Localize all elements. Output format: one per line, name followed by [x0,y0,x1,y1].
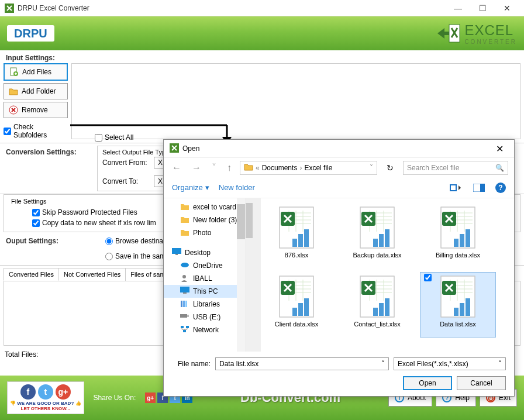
googleplus-icon[interactable]: g+ [56,384,71,400]
organize-menu[interactable]: Organize ▾ [172,183,209,192]
file-checkbox[interactable] [424,274,432,281]
maximize-button[interactable]: ☐ [470,1,495,15]
input-settings-label: Input Settings: [4,51,520,63]
conversion-settings-label: Conversion Settings: [4,146,91,191]
file-tile[interactable]: Contact_list.xlsx [339,272,415,338]
nav-up-button[interactable]: ↑ [225,163,234,173]
tree-item-icon [180,261,189,270]
facebook-icon[interactable]: f [20,384,36,400]
svg-rect-25 [186,326,189,328]
filename-label: File name: [172,360,211,368]
filename-input[interactable]: Data list.xlsx ˅ [215,357,389,370]
window-controls: ― ☐ ✕ [446,1,519,15]
app-icon [5,4,14,13]
tree-item-icon [180,228,189,237]
minimize-button[interactable]: ― [446,1,470,15]
folder-icon [9,87,18,96]
tree-item-icon [180,274,189,283]
app-title: DRPU Excel Converter [18,4,446,12]
refresh-button[interactable]: ↻ [383,163,397,173]
product-subtitle: CONVERTER [464,39,517,45]
file-tile[interactable]: 876.xlsx [258,203,335,268]
nav-back-button[interactable]: ← [170,163,184,173]
chevron-down-icon: ˅ [381,360,385,368]
tree-item[interactable]: excel to vcard [164,201,245,214]
svg-rect-22 [180,314,187,318]
dialog-footer: File name: Data list.xlsx ˅ Excel Files(… [164,352,514,396]
svg-rect-18 [183,292,187,294]
breadcrumb[interactable]: « Documents › Excel file ˅ [240,161,377,175]
file-tile[interactable]: Client data.xlsx [258,272,335,338]
file-list-area [71,63,520,139]
svg-rect-76 [292,308,297,316]
tree-item[interactable]: This PC [164,285,245,298]
chevron-down-icon[interactable]: ˅ [370,164,373,172]
svg-rect-89 [373,308,378,316]
remove-button[interactable]: Remove [4,102,68,118]
rating-widget[interactable]: f t g+ 👎 WE ARE GOOD OR BAD? 👍 LET OTHER… [7,381,84,414]
convert-to-label: Convert To: [102,177,149,185]
nav-forward-button[interactable]: → [189,163,204,173]
select-all-checkbox[interactable]: Select All [95,133,133,142]
file-settings-legend: File Settings [9,198,49,205]
add-folder-label: Add Folder [22,87,56,95]
nav-recent-button[interactable]: ˅ [209,162,219,173]
add-folder-button[interactable]: Add Folder [4,83,68,99]
svg-rect-10 [451,185,456,190]
tree-item[interactable]: IBALL [164,272,245,285]
search-input[interactable]: Search Excel file 🔍 [403,161,508,175]
help-icon[interactable]: ? [495,183,506,193]
svg-point-16 [182,275,186,278]
folder-tree: excel to vcardNew folder (3)PhotoDesktop… [164,198,246,352]
convert-from-label: Convert From: [102,159,149,167]
tree-item[interactable]: OneDrive [164,259,245,272]
twitter-icon[interactable]: t [38,384,53,400]
tree-item-icon [180,299,189,309]
excel-icon [170,143,179,154]
excel-file-icon [439,275,477,318]
preview-pane-button[interactable] [472,182,486,194]
tab-converted[interactable]: Converted Files [4,268,59,281]
excel-file-icon [358,275,397,318]
gplus-share-icon[interactable]: g+ [145,393,156,403]
svg-rect-50 [373,239,378,247]
svg-rect-78 [304,298,309,316]
svg-rect-23 [187,315,189,317]
cancel-button[interactable]: Cancel [457,376,506,390]
svg-rect-12 [480,184,485,192]
file-tile[interactable]: Billing data.xlsx [420,203,496,268]
filetype-select[interactable]: Excel Files(*.xls,*.xlsx) ˅ [394,357,506,370]
tree-item[interactable]: Desktop [164,246,245,259]
add-files-button[interactable]: Add Files [4,63,68,81]
chevron-down-icon: ˅ [498,360,502,368]
tree-scrollbar[interactable] [237,198,245,352]
check-subfolders-checkbox[interactable]: Check Subfolders [4,123,68,139]
excel-file-icon [277,206,316,249]
share-label: Share Us On: [94,394,136,402]
remove-icon [9,105,18,115]
svg-rect-21 [185,301,187,307]
dialog-title: Open [182,144,199,153]
new-folder-button[interactable]: New folder [219,183,255,192]
app-header: DRPU EXCEL CONVERTER [0,16,524,50]
dialog-close-button[interactable]: ✕ [491,143,508,154]
tree-item[interactable]: Network [164,323,245,336]
svg-rect-19 [181,301,182,307]
svg-rect-102 [454,308,458,316]
tab-not-converted[interactable]: Not Converted Files [58,268,126,281]
tree-item[interactable]: Photo [164,226,245,239]
file-tile[interactable]: Backup data.xlsx [339,203,415,268]
open-button[interactable]: Open [403,376,452,390]
view-mode-button[interactable] [449,182,463,194]
svg-rect-38 [298,234,303,247]
tree-item[interactable]: USB (E:) [164,311,245,323]
tree-item[interactable]: Libraries [164,298,245,311]
title-bar: DRPU Excel Converter ― ☐ ✕ [0,0,524,16]
tree-item-icon [180,325,189,335]
tree-item[interactable]: New folder (3) [164,214,245,226]
excel-file-icon [358,206,397,249]
file-tile[interactable]: Data list.xlsx [420,272,496,338]
close-button[interactable]: ✕ [495,1,519,15]
svg-rect-13 [172,248,181,254]
svg-rect-39 [304,229,309,247]
